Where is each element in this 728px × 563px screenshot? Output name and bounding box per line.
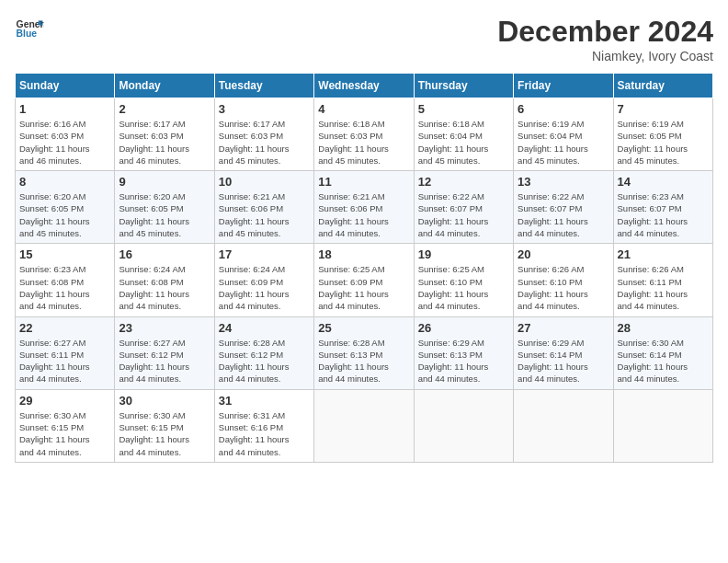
day-number: 26 (418, 321, 509, 335)
calendar-week-row: 15Sunrise: 6:23 AM Sunset: 6:08 PM Dayli… (16, 244, 713, 316)
day-info: Sunrise: 6:22 AM Sunset: 6:07 PM Dayligh… (518, 190, 609, 239)
weekday-header-cell: Tuesday (214, 74, 313, 98)
day-number: 3 (219, 102, 310, 116)
day-info: Sunrise: 6:19 AM Sunset: 6:05 PM Dayligh… (618, 118, 709, 167)
calendar-day-cell: 14Sunrise: 6:23 AM Sunset: 6:07 PM Dayli… (613, 171, 712, 244)
calendar-table: SundayMondayTuesdayWednesdayThursdayFrid… (15, 73, 713, 463)
day-info: Sunrise: 6:16 AM Sunset: 6:03 PM Dayligh… (19, 118, 110, 167)
day-info: Sunrise: 6:30 AM Sunset: 6:15 PM Dayligh… (19, 409, 110, 458)
calendar-day-cell (514, 389, 613, 462)
day-number: 4 (318, 102, 409, 116)
day-number: 29 (19, 394, 110, 408)
calendar-day-cell: 5Sunrise: 6:18 AM Sunset: 6:04 PM Daylig… (414, 98, 513, 171)
calendar-day-cell: 4Sunrise: 6:18 AM Sunset: 6:03 PM Daylig… (314, 98, 414, 171)
location: Niamkey, Ivory Coast (497, 49, 713, 63)
calendar-day-cell: 1Sunrise: 6:16 AM Sunset: 6:03 PM Daylig… (16, 98, 115, 171)
day-number: 24 (219, 321, 310, 335)
day-info: Sunrise: 6:22 AM Sunset: 6:07 PM Dayligh… (418, 190, 509, 239)
day-info: Sunrise: 6:19 AM Sunset: 6:04 PM Dayligh… (518, 118, 609, 167)
calendar-day-cell: 20Sunrise: 6:26 AM Sunset: 6:10 PM Dayli… (514, 244, 613, 316)
day-number: 12 (418, 175, 509, 189)
weekday-header-cell: Sunday (16, 74, 115, 98)
day-info: Sunrise: 6:25 AM Sunset: 6:10 PM Dayligh… (418, 263, 509, 312)
day-info: Sunrise: 6:24 AM Sunset: 6:08 PM Dayligh… (119, 263, 210, 312)
calendar-day-cell: 30Sunrise: 6:30 AM Sunset: 6:15 PM Dayli… (115, 389, 214, 462)
day-info: Sunrise: 6:23 AM Sunset: 6:08 PM Dayligh… (19, 263, 110, 312)
day-number: 6 (518, 102, 609, 116)
day-info: Sunrise: 6:23 AM Sunset: 6:07 PM Dayligh… (618, 190, 709, 239)
weekday-header-cell: Wednesday (314, 74, 414, 98)
page-header: General Blue December 2024 Niamkey, Ivor… (15, 15, 713, 63)
day-number: 16 (119, 247, 210, 261)
weekday-header-cell: Friday (514, 74, 613, 98)
calendar-day-cell (613, 389, 712, 462)
calendar-day-cell: 10Sunrise: 6:21 AM Sunset: 6:06 PM Dayli… (214, 171, 313, 244)
weekday-header-cell: Monday (115, 74, 214, 98)
calendar-day-cell: 27Sunrise: 6:29 AM Sunset: 6:14 PM Dayli… (514, 316, 613, 389)
calendar-day-cell: 6Sunrise: 6:19 AM Sunset: 6:04 PM Daylig… (514, 98, 613, 171)
weekday-header-cell: Thursday (414, 74, 513, 98)
day-number: 11 (318, 175, 409, 189)
calendar-day-cell: 24Sunrise: 6:28 AM Sunset: 6:12 PM Dayli… (214, 316, 313, 389)
day-number: 21 (618, 247, 709, 261)
month-title: December 2024 (497, 15, 713, 49)
calendar-day-cell: 29Sunrise: 6:30 AM Sunset: 6:15 PM Dayli… (16, 389, 115, 462)
calendar-day-cell: 3Sunrise: 6:17 AM Sunset: 6:03 PM Daylig… (214, 98, 313, 171)
day-info: Sunrise: 6:21 AM Sunset: 6:06 PM Dayligh… (219, 190, 310, 239)
day-info: Sunrise: 6:30 AM Sunset: 6:15 PM Dayligh… (119, 409, 210, 458)
day-info: Sunrise: 6:31 AM Sunset: 6:16 PM Dayligh… (219, 409, 310, 458)
weekday-header-cell: Saturday (613, 74, 712, 98)
calendar-day-cell: 26Sunrise: 6:29 AM Sunset: 6:13 PM Dayli… (414, 316, 513, 389)
calendar-day-cell: 19Sunrise: 6:25 AM Sunset: 6:10 PM Dayli… (414, 244, 513, 316)
day-number: 19 (418, 247, 509, 261)
day-number: 31 (219, 394, 310, 408)
calendar-day-cell: 15Sunrise: 6:23 AM Sunset: 6:08 PM Dayli… (16, 244, 115, 316)
calendar-day-cell: 12Sunrise: 6:22 AM Sunset: 6:07 PM Dayli… (414, 171, 513, 244)
calendar-day-cell: 23Sunrise: 6:27 AM Sunset: 6:12 PM Dayli… (115, 316, 214, 389)
title-block: December 2024 Niamkey, Ivory Coast (497, 15, 713, 63)
day-info: Sunrise: 6:17 AM Sunset: 6:03 PM Dayligh… (219, 118, 310, 167)
calendar-day-cell: 13Sunrise: 6:22 AM Sunset: 6:07 PM Dayli… (514, 171, 613, 244)
calendar-day-cell: 25Sunrise: 6:28 AM Sunset: 6:13 PM Dayli… (314, 316, 414, 389)
day-number: 17 (219, 247, 310, 261)
day-info: Sunrise: 6:25 AM Sunset: 6:09 PM Dayligh… (318, 263, 409, 312)
day-info: Sunrise: 6:21 AM Sunset: 6:06 PM Dayligh… (318, 190, 409, 239)
day-info: Sunrise: 6:28 AM Sunset: 6:13 PM Dayligh… (318, 337, 409, 385)
day-number: 7 (618, 102, 709, 116)
day-number: 22 (19, 321, 110, 335)
day-number: 23 (119, 321, 210, 335)
day-info: Sunrise: 6:27 AM Sunset: 6:12 PM Dayligh… (119, 337, 210, 385)
day-number: 2 (119, 102, 210, 116)
day-info: Sunrise: 6:18 AM Sunset: 6:03 PM Dayligh… (318, 118, 409, 167)
day-info: Sunrise: 6:26 AM Sunset: 6:11 PM Dayligh… (618, 263, 709, 312)
day-info: Sunrise: 6:28 AM Sunset: 6:12 PM Dayligh… (219, 337, 310, 385)
calendar-day-cell: 11Sunrise: 6:21 AM Sunset: 6:06 PM Dayli… (314, 171, 414, 244)
day-info: Sunrise: 6:27 AM Sunset: 6:11 PM Dayligh… (19, 337, 110, 385)
day-number: 25 (318, 321, 409, 335)
calendar-day-cell: 17Sunrise: 6:24 AM Sunset: 6:09 PM Dayli… (214, 244, 313, 316)
calendar-day-cell: 9Sunrise: 6:20 AM Sunset: 6:05 PM Daylig… (115, 171, 214, 244)
calendar-day-cell: 18Sunrise: 6:25 AM Sunset: 6:09 PM Dayli… (314, 244, 414, 316)
day-number: 10 (219, 175, 310, 189)
calendar-week-row: 22Sunrise: 6:27 AM Sunset: 6:11 PM Dayli… (16, 316, 713, 389)
day-number: 14 (618, 175, 709, 189)
day-number: 9 (119, 175, 210, 189)
svg-text:Blue: Blue (17, 29, 38, 39)
calendar-day-cell: 2Sunrise: 6:17 AM Sunset: 6:03 PM Daylig… (115, 98, 214, 171)
day-info: Sunrise: 6:24 AM Sunset: 6:09 PM Dayligh… (219, 263, 310, 312)
calendar-day-cell: 21Sunrise: 6:26 AM Sunset: 6:11 PM Dayli… (613, 244, 712, 316)
day-number: 20 (518, 247, 609, 261)
calendar-week-row: 1Sunrise: 6:16 AM Sunset: 6:03 PM Daylig… (16, 98, 713, 171)
day-number: 27 (518, 321, 609, 335)
calendar-day-cell (414, 389, 513, 462)
calendar-day-cell (314, 389, 414, 462)
day-number: 8 (19, 175, 110, 189)
day-number: 1 (19, 102, 110, 116)
weekday-header-row: SundayMondayTuesdayWednesdayThursdayFrid… (16, 74, 713, 98)
calendar-day-cell: 28Sunrise: 6:30 AM Sunset: 6:14 PM Dayli… (613, 316, 712, 389)
calendar-day-cell: 22Sunrise: 6:27 AM Sunset: 6:11 PM Dayli… (16, 316, 115, 389)
logo: General Blue (15, 15, 44, 44)
calendar-week-row: 29Sunrise: 6:30 AM Sunset: 6:15 PM Dayli… (16, 389, 713, 462)
day-info: Sunrise: 6:17 AM Sunset: 6:03 PM Dayligh… (119, 118, 210, 167)
day-number: 5 (418, 102, 509, 116)
